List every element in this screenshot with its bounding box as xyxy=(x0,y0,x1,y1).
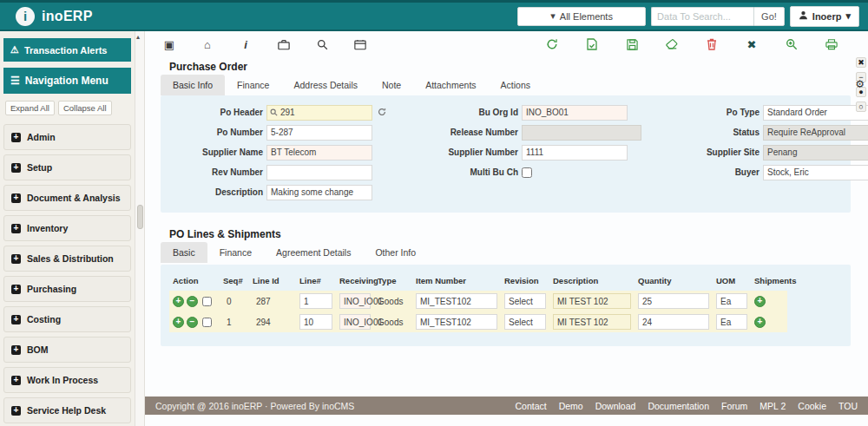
sidebar-item-label: Setup xyxy=(27,162,52,173)
footer-link-mpl2[interactable]: MPL 2 xyxy=(760,401,786,411)
sidebar-scrollbar[interactable]: ▴ xyxy=(135,31,145,426)
sidebar-item-admin[interactable]: + Admin xyxy=(3,124,131,150)
navigation-menu-button[interactable]: ☰ Navigation Menu xyxy=(3,68,131,94)
home-icon[interactable]: ⌂ xyxy=(201,37,214,51)
tab-note[interactable]: Note xyxy=(370,75,413,95)
info-icon[interactable]: i xyxy=(239,37,253,51)
search-input[interactable] xyxy=(651,7,753,26)
sidebar-item-work-in-process[interactable]: + Work In Process xyxy=(3,367,131,393)
panel-toggle-icon[interactable]: ▣ xyxy=(162,37,176,51)
tab-attachments[interactable]: Attachments xyxy=(413,75,488,95)
rev-number-input[interactable] xyxy=(266,165,372,180)
sidebar-item-costing[interactable]: + Costing xyxy=(3,306,131,332)
quantity-input[interactable]: 25 xyxy=(638,293,709,309)
description-input[interactable]: MI TEST 102 xyxy=(553,293,631,309)
element-filter-label: All Elements xyxy=(560,11,613,22)
footer-link-forum[interactable]: Forum xyxy=(721,401,747,411)
calendar-icon[interactable] xyxy=(353,37,367,51)
trash-icon[interactable] xyxy=(705,37,719,51)
remove-line-button[interactable]: − xyxy=(187,296,198,307)
line-num-input[interactable]: 10 xyxy=(299,314,332,330)
tab-basic-info[interactable]: Basic Info xyxy=(161,75,225,95)
caret-up-icon[interactable]: ▴ xyxy=(136,33,140,41)
tab-lines-agreement-details[interactable]: Agreement Details xyxy=(264,242,363,263)
close-icon[interactable]: ✖ xyxy=(745,37,759,51)
brand[interactable]: i inoERP xyxy=(16,7,93,26)
bu-org-id-input[interactable] xyxy=(522,105,628,121)
tab-lines-other-info[interactable]: Other Info xyxy=(363,242,428,263)
supplier-number-input[interactable] xyxy=(522,145,628,161)
line-num-input[interactable]: 1 xyxy=(299,293,332,309)
transaction-alerts-button[interactable]: ⚠ Transaction Alerts xyxy=(3,38,131,62)
save-disk-icon[interactable] xyxy=(625,37,639,51)
purchase-order-title: Purchase Order xyxy=(169,61,851,73)
gear-icon[interactable]: ⚙ xyxy=(855,78,865,90)
tab-lines-finance[interactable]: Finance xyxy=(207,242,264,263)
shipments-add-button[interactable]: + xyxy=(754,296,766,307)
row-checkbox[interactable] xyxy=(202,297,212,306)
user-icon xyxy=(799,10,808,22)
row-checkbox[interactable] xyxy=(202,318,212,327)
footer-link-documentation[interactable]: Documentation xyxy=(648,401,709,411)
tab-finance[interactable]: Finance xyxy=(225,75,281,95)
quantity-input[interactable]: 24 xyxy=(638,314,709,330)
rev-number-label: Rev Number xyxy=(195,167,263,177)
brand-name: inoERP xyxy=(42,9,93,24)
expand-all-button[interactable]: Expand All xyxy=(5,101,55,115)
scrollbar-thumb[interactable] xyxy=(137,205,143,229)
add-line-button[interactable]: + xyxy=(173,296,184,307)
uom-input[interactable]: Ea xyxy=(716,314,747,330)
sidebar-item-inventory[interactable]: + Inventory xyxy=(3,215,131,241)
shipments-add-button[interactable]: + xyxy=(754,317,766,328)
supplier-name-input[interactable] xyxy=(266,145,372,161)
eraser-icon[interactable] xyxy=(665,37,679,51)
element-filter-dropdown[interactable]: ▾ All Elements xyxy=(517,7,646,26)
briefcase-icon[interactable] xyxy=(277,37,291,51)
tab-address-details[interactable]: Address Details xyxy=(281,75,370,95)
po-header-input[interactable] xyxy=(280,108,358,117)
sidebar-item-service-help-desk[interactable]: + Service Help Desk xyxy=(3,397,131,423)
po-header-field[interactable] xyxy=(266,105,372,121)
tab-lines-basic[interactable]: Basic xyxy=(161,242,207,263)
uom-input[interactable]: Ea xyxy=(716,293,747,309)
panel-circle-icon[interactable]: ○ xyxy=(856,102,866,112)
sidebar-item-sales-distribution[interactable]: + Sales & Distribution xyxy=(3,246,131,272)
item-number-input[interactable]: MI_TEST102 xyxy=(416,293,497,309)
item-number-input[interactable]: MI_TEST102 xyxy=(416,314,497,330)
footer-link-demo[interactable]: Demo xyxy=(559,401,583,411)
save-document-icon[interactable] xyxy=(585,37,599,51)
refresh-icon[interactable] xyxy=(545,37,559,51)
refresh-field-icon[interactable] xyxy=(378,108,386,118)
tab-actions[interactable]: Actions xyxy=(489,75,542,95)
description-input[interactable]: MI TEST 102 xyxy=(553,314,631,330)
menu-icon: ☰ xyxy=(10,75,20,87)
sidebar-item-purchasing[interactable]: + Purchasing xyxy=(3,276,131,302)
receiving-input[interactable]: INO_IO01 xyxy=(339,314,371,330)
panel-close-icon[interactable]: ✖ xyxy=(856,57,866,68)
po-type-input[interactable] xyxy=(763,105,868,121)
footer-link-contact[interactable]: Contact xyxy=(515,401,546,411)
search-icon[interactable] xyxy=(315,37,329,51)
go-button[interactable]: Go! xyxy=(753,7,785,26)
receiving-input[interactable]: INO_IO01 xyxy=(339,293,371,309)
buyer-input[interactable] xyxy=(763,165,868,180)
footer-link-download[interactable]: Download xyxy=(595,401,636,411)
po-number-input[interactable] xyxy=(266,125,372,141)
sidebar-item-bom[interactable]: + BOM xyxy=(3,337,131,363)
collapse-all-button[interactable]: Collapse All xyxy=(58,101,112,115)
user-menu-button[interactable]: Inoerp ▾ xyxy=(790,6,859,27)
add-line-button[interactable]: + xyxy=(173,317,184,328)
revision-select[interactable]: Select xyxy=(504,293,546,309)
description-input[interactable] xyxy=(266,185,372,200)
multi-bu-ch-checkbox[interactable] xyxy=(522,167,532,178)
footer-link-tou[interactable]: TOU xyxy=(838,401,858,411)
revision-select[interactable]: Select xyxy=(504,314,546,330)
search-icon xyxy=(270,108,278,118)
alert-icon: ⚠ xyxy=(10,44,19,56)
print-icon[interactable] xyxy=(825,37,838,51)
sidebar-item-setup[interactable]: + Setup xyxy=(3,154,131,180)
remove-line-button[interactable]: − xyxy=(187,317,198,328)
sidebar-item-document-analysis[interactable]: + Document & Analysis xyxy=(3,185,131,211)
zoom-icon[interactable] xyxy=(785,37,799,51)
footer-link-cookie[interactable]: Cookie xyxy=(798,401,826,411)
